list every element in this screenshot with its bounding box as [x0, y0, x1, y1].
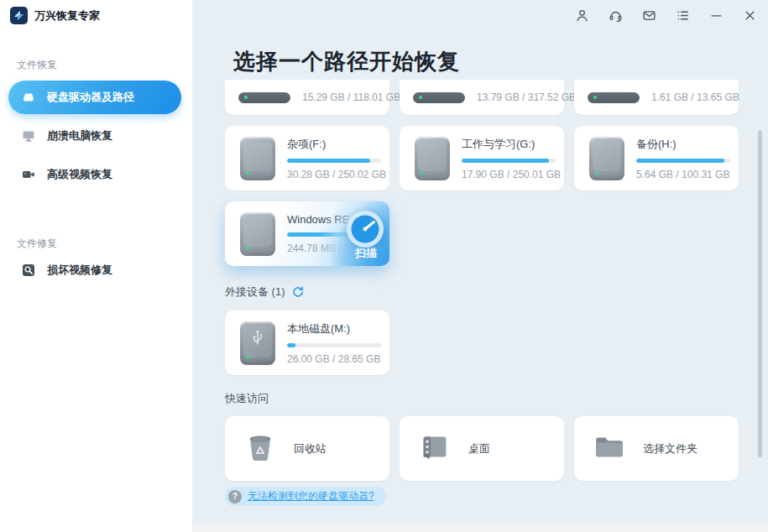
hard-drive-icon	[589, 137, 624, 180]
monitor-icon	[20, 128, 37, 144]
quick-access-label: 快速访问	[225, 391, 269, 406]
quick-access-desktop[interactable]: 桌面	[400, 416, 564, 481]
hard-drive-icon	[588, 92, 640, 103]
main-content: 选择一个路径开始恢复 15.29 GB / 118.01 GB 13.79 GB…	[193, 0, 768, 532]
video-camera-icon	[20, 166, 37, 183]
capacity-text: 26.00 GB / 28.65 GB	[287, 353, 378, 365]
drive-name: 工作与学习(G:)	[462, 137, 552, 152]
capacity-text: 1.61 GB / 13.65 GB	[651, 91, 739, 103]
drive-not-detected-help[interactable]: ? 无法检测到您的硬盘驱动器?	[225, 487, 386, 506]
quick-access-label: 桌面	[468, 441, 490, 456]
capacity-bar	[287, 343, 381, 347]
sidebar-item-corrupted-video-repair[interactable]: 损坏视频修复	[8, 253, 181, 287]
capacity-bar	[287, 159, 381, 163]
quick-access-label: 回收站	[294, 441, 327, 456]
hard-drive-icon	[238, 92, 290, 103]
quick-access-section: 快速访问	[225, 391, 269, 406]
sidebar-item-drives-paths[interactable]: 硬盘驱动器及路径	[8, 81, 181, 114]
drive-card-partial[interactable]: 1.61 GB / 13.65 GB	[574, 80, 739, 115]
bottom-fade	[193, 519, 768, 532]
hard-drive-icon	[20, 89, 37, 106]
quick-access-select-folder[interactable]: 选择文件夹	[574, 416, 739, 481]
scan-button[interactable]: 扫描	[355, 246, 377, 261]
folder-icon	[591, 429, 628, 469]
capacity-text: 15.29 GB / 118.01 GB	[302, 91, 400, 103]
capacity-text: 30.28 GB / 250.02 GB	[287, 169, 378, 180]
drive-name: 本地磁盘(M:)	[287, 321, 378, 336]
scrollbar[interactable]	[758, 130, 762, 457]
quick-access-label: 选择文件夹	[643, 441, 697, 456]
repair-tool-icon	[20, 262, 37, 279]
app-window: 万兴恢复专家 文件恢复 硬盘驱动器及路径 崩溃电脑恢复 高级视频恢复 文件修复	[0, 0, 768, 532]
question-mark-icon: ?	[228, 490, 242, 503]
refresh-icon[interactable]	[291, 285, 305, 299]
capacity-text: 13.79 GB / 317.52 GB	[477, 91, 576, 103]
usb-drive-card[interactable]: 本地磁盘(M:) 26.00 GB / 28.65 GB	[225, 310, 389, 375]
quick-access-recycle-bin[interactable]: 回收站	[225, 416, 389, 481]
sidebar-item-label: 高级视频恢复	[47, 167, 112, 182]
sidebar-section-file-repair: 文件修复	[17, 237, 57, 251]
drive-card[interactable]: 杂项(F:) 30.28 GB / 250.02 GB	[225, 126, 389, 190]
external-devices-section: 外接设备 (1)	[225, 284, 305, 300]
drive-card-partial[interactable]: 15.29 GB / 118.01 GB	[225, 80, 389, 115]
drive-name: 杂项(F:)	[287, 137, 378, 152]
capacity-text: 5.64 GB / 100.31 GB	[636, 169, 727, 180]
capacity-bar	[636, 159, 730, 163]
sidebar: 万兴恢复专家 文件恢复 硬盘驱动器及路径 崩溃电脑恢复 高级视频恢复 文件修复	[0, 0, 193, 532]
drive-card[interactable]: 备份(H:) 5.64 GB / 100.31 GB	[574, 126, 739, 190]
sidebar-item-advanced-video[interactable]: 高级视频恢复	[8, 158, 181, 191]
sidebar-item-crashed-computer[interactable]: 崩溃电脑恢复	[8, 119, 181, 153]
hard-drive-icon	[415, 137, 450, 180]
drive-card-partial[interactable]: 13.79 GB / 317.52 GB	[400, 80, 564, 115]
hard-drive-icon	[413, 92, 465, 103]
help-link-text[interactable]: 无法检测到您的硬盘驱动器?	[248, 489, 374, 503]
sidebar-item-label: 崩溃电脑恢复	[47, 128, 112, 143]
page-title: 选择一个路径开始恢复	[233, 47, 460, 76]
desktop-icon	[416, 429, 453, 469]
capacity-bar	[462, 159, 556, 163]
sidebar-section-file-recovery: 文件恢复	[17, 58, 57, 72]
app-title: 万兴恢复专家	[34, 8, 100, 23]
drive-card-hovered[interactable]: Windows RE too 244.78 MB / 98 扫描	[225, 201, 389, 266]
external-devices-label: 外接设备 (1)	[225, 284, 285, 300]
hard-drive-icon	[240, 137, 275, 180]
capacity-text: 17.90 GB / 250.01 GB	[462, 169, 552, 180]
usb-drive-icon	[240, 321, 275, 365]
drive-name: 备份(H:)	[636, 137, 727, 152]
drive-card[interactable]: 工作与学习(G:) 17.90 GB / 250.01 GB	[400, 126, 564, 190]
recycle-bin-icon	[242, 429, 279, 469]
app-logo-icon	[10, 7, 28, 24]
app-brand: 万兴恢复专家	[10, 7, 100, 24]
sidebar-item-label: 硬盘驱动器及路径	[47, 90, 134, 105]
sidebar-item-label: 损坏视频修复	[47, 263, 112, 278]
